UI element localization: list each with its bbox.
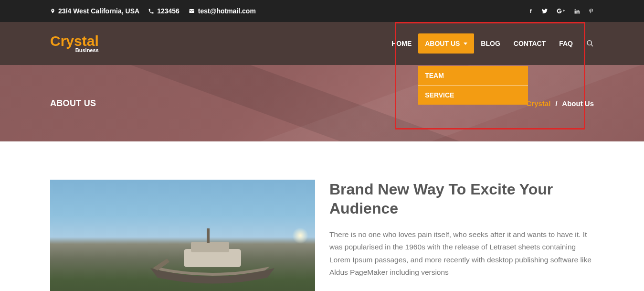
logo[interactable]: Crystal Business [50, 34, 99, 53]
sun-glow-icon [292, 227, 308, 244]
nav-contact-label: CONTACT [514, 40, 546, 47]
page-title: ABOUT US [50, 98, 96, 108]
phone-icon [148, 8, 154, 14]
nav-home-label: HOME [391, 40, 412, 47]
address-text: 23/4 West California, USA [58, 7, 139, 15]
nav-faq[interactable]: FAQ [552, 33, 580, 54]
dropdown-item-service[interactable]: SERVICE [418, 86, 528, 105]
dropdown-item-team[interactable]: TEAM [418, 66, 528, 86]
topbar-address: 23/4 West California, USA [50, 7, 139, 15]
dropdown-service-label: SERVICE [425, 91, 454, 99]
email-text: test@hotmail.com [198, 7, 256, 15]
nav-home[interactable]: HOME [385, 33, 418, 54]
topbar: 23/4 West California, USA 123456 test@ho… [0, 0, 644, 22]
primary-nav: HOME ABOUT US TEAM SERVICE BLOG CONTACT … [385, 33, 594, 54]
svg-rect-2 [207, 228, 210, 243]
nav-about-us-dropdown: TEAM SERVICE [418, 66, 528, 105]
envelope-icon [188, 8, 195, 14]
topbar-contact: 23/4 West California, USA 123456 test@ho… [50, 7, 256, 15]
about-paragraph: There is no one who loves pain itself, w… [329, 228, 594, 279]
breadcrumb-home[interactable]: Crystal [527, 99, 551, 108]
topbar-social [529, 8, 594, 14]
twitter-icon[interactable] [541, 8, 548, 14]
logo-main-text: Crystal [50, 34, 99, 48]
breadcrumb-separator: / [553, 99, 560, 108]
nav-blog[interactable]: BLOG [474, 33, 507, 54]
topbar-email: test@hotmail.com [188, 7, 256, 15]
dropdown-team-label: TEAM [425, 72, 444, 79]
about-text: Brand New Way To Excite Your Audience Th… [329, 180, 594, 291]
phone-text: 123456 [157, 7, 179, 15]
svg-rect-1 [191, 242, 229, 252]
pinterest-icon[interactable] [589, 8, 594, 14]
topbar-phone: 123456 [148, 7, 179, 15]
header: Crystal Business HOME ABOUT US TEAM SERV… [0, 22, 644, 65]
nav-faq-label: FAQ [559, 40, 573, 47]
page-hero: ABOUT US Crystal / About Us [0, 65, 644, 141]
nav-about-us-label: ABOUT US [425, 40, 460, 47]
about-section: Brand New Way To Excite Your Audience Th… [0, 141, 644, 291]
chevron-down-icon [464, 43, 467, 45]
linkedin-icon[interactable] [574, 8, 580, 14]
boat-illustration-icon [146, 223, 279, 290]
about-image [50, 180, 315, 291]
map-marker-icon [50, 8, 55, 14]
nav-about-us[interactable]: ABOUT US TEAM SERVICE [418, 33, 474, 54]
search-icon[interactable] [586, 40, 594, 47]
nav-contact[interactable]: CONTACT [507, 33, 552, 54]
breadcrumb-current: About Us [562, 99, 594, 108]
nav-blog-label: BLOG [481, 40, 500, 47]
about-heading: Brand New Way To Excite Your Audience [329, 180, 594, 218]
facebook-icon[interactable] [529, 8, 533, 14]
google-plus-icon[interactable] [557, 8, 565, 14]
breadcrumb: Crystal / About Us [527, 99, 594, 108]
